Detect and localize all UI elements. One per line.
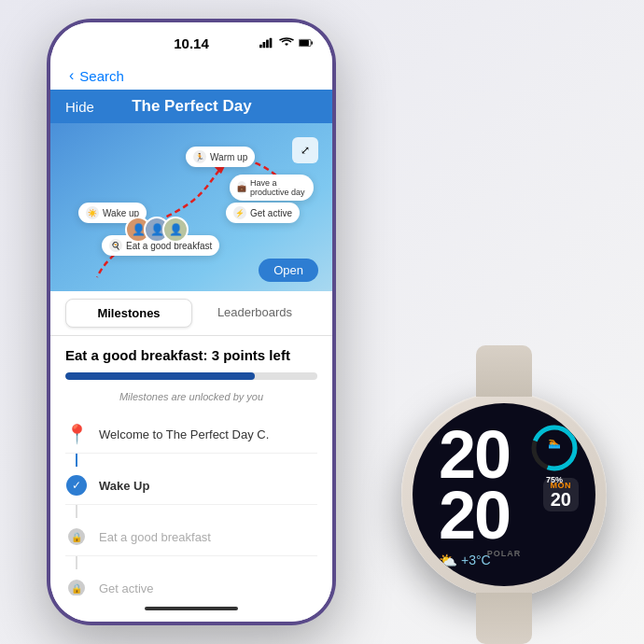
signal-icon: [259, 37, 274, 49]
watch-hour: 20: [439, 425, 510, 485]
expand-button[interactable]: ⤢: [292, 137, 318, 163]
node-warmup: 🏃 Warm up: [186, 147, 255, 167]
status-bar: 10.14: [50, 22, 332, 63]
avatar-group: 👤 👤 👤: [125, 217, 189, 243]
milestone-item-wakeup: ✓ Wake Up: [65, 467, 317, 505]
milestone-label-breakfast: Eat a good breakfast: [99, 530, 211, 544]
battery-icon: [299, 37, 314, 49]
home-bar: [145, 607, 238, 610]
status-icons: [259, 37, 314, 49]
wifi-icon: [279, 37, 294, 49]
watch-band-bottom: [476, 593, 532, 644]
tab-leaderboards[interactable]: Leaderboards: [192, 299, 317, 328]
home-indicator: [50, 595, 332, 622]
location-icon: 📍: [65, 423, 88, 445]
watch-minute: 20: [439, 485, 510, 546]
svg-rect-3: [270, 38, 273, 49]
milestone-item-breakfast: 🔒 Eat a good breakfast: [65, 518, 317, 556]
back-chevron-icon: ‹: [69, 67, 74, 84]
watch-widgets: 🏊 75% MON 20: [530, 424, 579, 511]
tab-milestones[interactable]: Milestones: [65, 299, 192, 328]
activity-ring: 🏊 75%: [530, 424, 579, 472]
scene: 10.14: [0, 0, 644, 644]
watch-band-top: [476, 345, 532, 397]
milestone-title: Eat a good breakfast: 3 points left: [65, 347, 317, 363]
watch-face: 20 20 ⛅ +3°C 🏊: [413, 403, 595, 586]
search-bar[interactable]: ‹ Search: [50, 63, 332, 90]
progress-bar-fill: [65, 372, 255, 380]
svg-text:🏊: 🏊: [548, 436, 561, 449]
svg-rect-0: [259, 45, 262, 49]
lock-icon-active: 🔒: [65, 577, 88, 595]
milestone-label-active: Get active: [99, 581, 154, 595]
activity-percent: 75%: [546, 476, 563, 484]
svg-rect-2: [266, 39, 269, 48]
milestone-item-welcome: 📍 Welcome to The Perfect Day C.: [65, 415, 317, 454]
node-active: ⚡ Get active: [226, 203, 300, 223]
watch-temperature: ⛅ +3°C: [439, 552, 491, 569]
check-icon: ✓: [65, 474, 88, 497]
watch: 20 20 ⛅ +3°C 🏊: [401, 392, 607, 597]
connector-3: [76, 556, 77, 569]
nav-bar: Hide The Perfect Day: [50, 90, 332, 123]
milestone-item-active: 🔒 Get active: [65, 569, 317, 595]
open-button[interactable]: Open: [259, 259, 318, 282]
search-label[interactable]: Search: [79, 68, 124, 84]
page-title: The Perfect Day: [132, 97, 252, 116]
hide-button[interactable]: Hide: [65, 99, 94, 115]
lock-icon-breakfast: 🔒: [65, 525, 88, 548]
svg-rect-6: [300, 40, 309, 46]
connector-1: [76, 454, 77, 467]
content-area: Eat a good breakfast: 3 points left Mile…: [50, 336, 332, 595]
svg-rect-5: [311, 41, 312, 45]
avatar-3: 👤: [162, 217, 189, 243]
status-time: 10.14: [174, 35, 209, 51]
map-area: 🏃 Warm up 💼 Have a productive day ☀️ Wak…: [50, 123, 332, 291]
brand-logo: POLAR: [487, 549, 522, 558]
svg-rect-1: [263, 42, 266, 48]
tabs-container: Milestones Leaderboards: [50, 291, 332, 336]
weather-icon: ⛅: [439, 552, 457, 569]
node-productive: 💼 Have a productive day: [230, 175, 314, 201]
watch-date: 20: [551, 490, 572, 509]
connector-2: [76, 505, 77, 518]
milestone-label-wakeup: Wake Up: [99, 479, 149, 493]
milestone-label-welcome: Welcome to The Perfect Day C.: [99, 427, 269, 441]
phone: 10.14: [47, 19, 336, 625]
progress-bar-container: [65, 372, 317, 380]
milestones-note: Milestones are unlocked by you: [65, 391, 317, 402]
